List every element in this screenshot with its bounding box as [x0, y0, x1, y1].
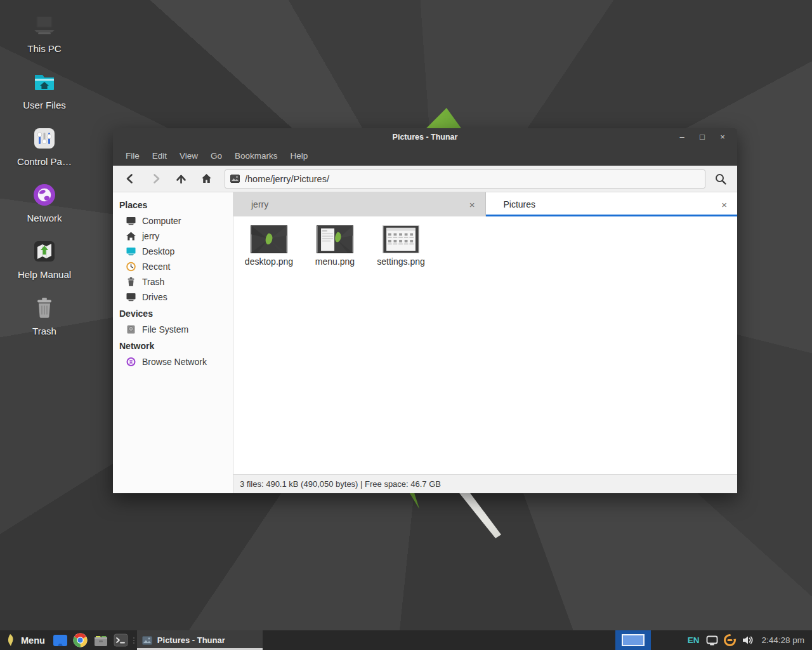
file-menu-png[interactable]: menu.png	[302, 225, 368, 267]
taskbar: Menu	[0, 630, 812, 650]
sidebar: Places Computer jerry Desktop	[113, 192, 233, 493]
thumbnail-settings-screenshot	[383, 225, 419, 253]
sidebar-item-drives[interactable]: Drives	[113, 289, 233, 305]
sidebar-item-label: Browse Network	[142, 357, 207, 367]
desktop-icon-user-files[interactable]: User Files	[6, 68, 82, 110]
desktop-icon-this-pc[interactable]: This PC	[6, 11, 82, 54]
file-manager-launcher[interactable]	[93, 632, 109, 649]
close-button[interactable]: ×	[717, 131, 728, 143]
update-refresh-icon	[723, 633, 737, 647]
menu-help[interactable]: Help	[284, 147, 315, 164]
network-globe-icon	[126, 357, 136, 367]
menu-bookmarks[interactable]: Bookmarks	[228, 147, 284, 164]
menu-button-label: Menu	[21, 635, 45, 646]
tab-label: jerry	[251, 199, 467, 209]
drives-icon	[126, 292, 136, 302]
file-name: desktop.png	[245, 256, 293, 267]
desktop-icon	[126, 246, 136, 256]
panel-clock[interactable]: 2:44:28 pm	[761, 635, 804, 645]
window-title: Pictures - Thunar	[113, 133, 737, 142]
minimize-button[interactable]: –	[676, 131, 688, 143]
path-input[interactable]	[245, 174, 700, 184]
sidebar-item-jerry-home[interactable]: jerry	[113, 229, 233, 244]
desktop-icon-label: Control Pa…	[17, 156, 72, 167]
sidebar-item-browse-network[interactable]: Browse Network	[113, 354, 233, 369]
sidebar-item-label: Computer	[142, 216, 181, 226]
tab-pictures[interactable]: Pictures ×	[486, 192, 738, 216]
menu-edit[interactable]: Edit	[146, 147, 173, 164]
thumbnail-desktop-screenshot	[251, 225, 287, 253]
volume-tray-icon[interactable]	[740, 633, 754, 647]
menu-view[interactable]: View	[173, 147, 204, 164]
taskbar-window-button[interactable]: Pictures - Thunar	[137, 630, 263, 650]
back-arrow-icon	[124, 173, 136, 185]
computer-icon	[30, 11, 58, 39]
sidebar-item-file-system[interactable]: File System	[113, 322, 233, 337]
path-bar[interactable]	[225, 169, 705, 189]
back-button[interactable]	[118, 169, 142, 189]
up-button[interactable]	[169, 169, 193, 189]
window-main: Places Computer jerry Desktop	[113, 192, 737, 493]
terminal-icon	[114, 633, 128, 647]
terminal-launcher[interactable]	[113, 632, 129, 649]
sidebar-item-label: jerry	[142, 231, 159, 241]
sidebar-item-label: Recent	[142, 262, 170, 272]
menu-file[interactable]: File	[119, 147, 146, 164]
trash-icon	[126, 277, 136, 287]
filesystem-drive-icon	[126, 324, 136, 335]
chrome-launcher[interactable]	[72, 632, 89, 649]
menu-go[interactable]: Go	[204, 147, 228, 164]
workspace-active[interactable]	[622, 634, 645, 646]
home-button[interactable]	[194, 169, 218, 189]
network-globe-icon	[30, 181, 58, 209]
menubar: File Edit View Go Bookmarks Help	[113, 145, 737, 166]
desktop-icon-label: Trash	[32, 326, 56, 336]
home-icon	[200, 173, 213, 185]
file-list[interactable]: desktop.png menu.pn	[233, 216, 737, 474]
desktop-icon-network[interactable]: Network	[6, 181, 82, 223]
thunar-window: Pictures - Thunar – □ × File Edit View G…	[113, 128, 737, 493]
desktop-icon-trash[interactable]: Trash	[6, 294, 82, 336]
desktop-icon-help-manual[interactable]: Help Manual	[6, 237, 82, 280]
mint-menu-icon	[5, 633, 16, 647]
tab-close-icon[interactable]: ×	[719, 198, 730, 211]
panel-separator-handle[interactable]	[133, 637, 134, 644]
status-text: 3 files: 490.1 kB (490,050 bytes) | Free…	[240, 479, 441, 489]
search-button[interactable]	[709, 169, 732, 189]
sidebar-item-label: Desktop	[142, 246, 174, 256]
desktop-icon-label: User Files	[23, 100, 66, 110]
desktop-icon-control-panel[interactable]: Control Pa…	[6, 124, 82, 167]
forward-button[interactable]	[143, 169, 167, 189]
help-manual-icon	[30, 237, 58, 265]
update-manager-tray-icon[interactable]	[723, 633, 737, 647]
tab-jerry[interactable]: jerry ×	[233, 192, 486, 216]
tab-close-icon[interactable]: ×	[467, 198, 478, 211]
sidebar-item-label: Trash	[142, 277, 164, 287]
taskbar-right: EN 2:44:28 pm	[615, 630, 812, 650]
file-desktop-png[interactable]: desktop.png	[236, 225, 302, 267]
sidebar-item-desktop[interactable]: Desktop	[113, 244, 233, 259]
desktop-icon-label: Network	[27, 213, 62, 223]
sidebar-item-trash[interactable]: Trash	[113, 274, 233, 289]
workspace-switcher[interactable]	[615, 630, 651, 650]
maximize-button[interactable]: □	[697, 131, 708, 143]
trash-icon	[30, 294, 58, 322]
menu-button[interactable]: Menu	[0, 630, 50, 650]
sidebar-item-computer[interactable]: Computer	[113, 213, 233, 229]
sidebar-header-network: Network	[113, 337, 233, 354]
show-desktop-button[interactable]	[52, 632, 69, 649]
home-icon	[126, 231, 136, 241]
thumbnail-menu-screenshot	[317, 225, 353, 253]
taskbar-window-label: Pictures - Thunar	[157, 635, 225, 645]
content-pane: jerry × Pictures ×	[233, 192, 737, 493]
search-icon	[714, 173, 727, 185]
display-icon	[706, 635, 718, 646]
keyboard-layout-indicator[interactable]: EN	[688, 635, 700, 645]
display-tray-icon[interactable]	[705, 633, 719, 647]
forward-arrow-icon	[150, 173, 162, 185]
window-controls: – □ ×	[676, 131, 737, 143]
file-settings-png[interactable]: settings.png	[368, 225, 434, 267]
sidebar-item-recent[interactable]: Recent	[113, 259, 233, 274]
tab-bar: jerry × Pictures ×	[233, 192, 737, 216]
window-titlebar[interactable]: Pictures - Thunar – □ ×	[113, 128, 737, 145]
